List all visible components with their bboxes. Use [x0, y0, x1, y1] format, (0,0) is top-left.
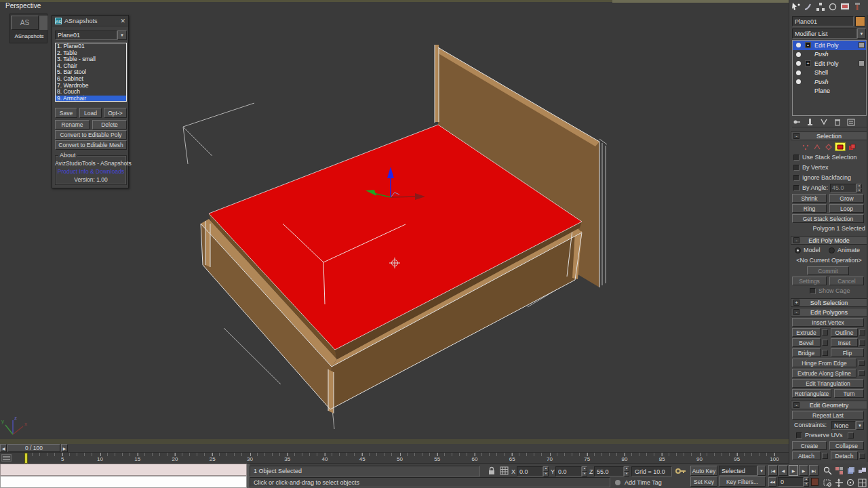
convert-editable-poly-button[interactable]: Convert to Editable Poly — [55, 130, 127, 140]
zoom-icon[interactable] — [822, 465, 833, 476]
dialog-titlebar[interactable]: AS ASnapshots ✕ — [52, 16, 128, 26]
checkbox-use-stack-selection[interactable] — [793, 155, 800, 161]
subobject-border-icon[interactable] — [823, 142, 834, 151]
time-slider-next-icon[interactable]: ▶ — [61, 444, 68, 452]
time-slider-prev-icon[interactable]: ◀ — [0, 444, 7, 452]
constraints-arrow-icon[interactable]: ▼ — [856, 421, 864, 430]
settings-box[interactable] — [848, 432, 854, 439]
z-field[interactable]: 55.0 — [594, 466, 624, 476]
zoom-all-icon[interactable] — [833, 465, 844, 476]
grow-button[interactable]: Grow — [829, 194, 864, 203]
subobject-element-icon[interactable] — [846, 142, 857, 151]
x-spinner[interactable]: ▲▼ — [543, 466, 549, 476]
tab-modify[interactable] — [803, 1, 813, 12]
min-max-toggle-icon[interactable] — [856, 477, 867, 488]
zoom-extents-all-icon[interactable] — [856, 465, 867, 476]
save-button[interactable]: Save — [55, 108, 77, 118]
convert-editable-mesh-button[interactable]: Convert to Editable Mesh — [55, 140, 127, 150]
bevel-button[interactable]: Bevel — [792, 338, 821, 347]
x-field[interactable]: 0.0 — [517, 466, 543, 476]
current-frame-field[interactable]: 0 — [778, 477, 804, 487]
y-spinner[interactable]: ▲▼ — [582, 466, 587, 476]
options-button[interactable]: Opt-> — [104, 108, 127, 118]
checkbox-preserve-uvs[interactable] — [796, 432, 802, 439]
detach-button[interactable]: Detach — [831, 451, 858, 460]
remove-modifier-icon[interactable] — [833, 118, 842, 127]
turn-button[interactable]: Turn — [834, 389, 864, 398]
flip-button[interactable]: Flip — [831, 348, 864, 357]
previous-key-icon[interactable]: ◀◀ — [768, 477, 776, 487]
hinge-from-edge-button[interactable]: Hinge From Edge — [792, 359, 856, 367]
next-frame-button[interactable]: ▶ — [799, 465, 808, 476]
subobject-expand-icon[interactable]: • — [805, 42, 811, 48]
subobject-polygon-icon[interactable] — [835, 142, 846, 151]
outline-button[interactable]: Outline — [831, 328, 858, 337]
shrink-button[interactable]: Shrink — [792, 194, 827, 203]
edit-triangulation-button[interactable]: Edit Triangulation — [792, 379, 864, 388]
checkbox-show-cage[interactable] — [810, 288, 816, 294]
lightbulb-icon[interactable] — [796, 43, 801, 47]
play-button[interactable]: ▶ — [789, 465, 798, 476]
settings-box[interactable] — [859, 340, 865, 346]
track-bar[interactable]: 5101520253035404550556065707580859095100 — [0, 453, 789, 464]
modifier-stack-item[interactable]: Push — [793, 77, 866, 87]
snapshot-dropdown-arrow-icon[interactable]: ▼ — [117, 30, 127, 40]
lightbulb-icon[interactable] — [796, 79, 801, 84]
modifier-stack-item[interactable]: •Edit Poly — [793, 41, 866, 50]
viewport-label[interactable]: Perspective — [5, 2, 41, 9]
ring-button[interactable]: Ring — [792, 204, 827, 213]
collapse-button[interactable]: Collapse — [829, 441, 864, 450]
zoom-region-icon[interactable] — [822, 477, 833, 488]
dialog-close-icon[interactable]: ✕ — [120, 18, 125, 24]
lightbulb-icon[interactable] — [796, 70, 801, 75]
tab-display[interactable] — [840, 1, 850, 12]
show-end-result-icon[interactable] — [806, 118, 815, 127]
radio-animate[interactable] — [829, 247, 835, 253]
settings-box[interactable] — [822, 329, 828, 336]
modifier-list-dropdown[interactable]: Modifier List — [792, 28, 857, 39]
selection-lock-icon[interactable] — [487, 466, 496, 476]
rollout-edit-poly-mode[interactable]: -Edit Poly Mode — [791, 236, 867, 245]
repeat-last-button[interactable]: Repeat Last — [792, 411, 864, 420]
lightbulb-icon[interactable] — [796, 52, 801, 57]
get-stack-selection-button[interactable]: Get Stack Selection — [792, 214, 864, 223]
rollout-edit-polygons[interactable]: -Edit Polygons — [791, 308, 867, 317]
subobject-vertex-icon[interactable] — [800, 142, 811, 151]
loop-button[interactable]: Loop — [829, 204, 864, 213]
add-time-tag[interactable]: Add Time Tag — [625, 479, 662, 486]
absolute-mode-icon[interactable] — [500, 466, 509, 476]
extrude-button[interactable]: Extrude — [792, 328, 821, 337]
settings-box[interactable] — [822, 350, 828, 356]
modifier-stack-item[interactable]: Plane — [793, 87, 866, 96]
attach-button[interactable]: Attach — [792, 451, 821, 460]
create-button[interactable]: Create — [792, 441, 827, 450]
rename-button[interactable]: Rename — [55, 120, 90, 129]
settings-button[interactable]: Settings — [792, 277, 827, 285]
set-key-button[interactable]: Set Key — [690, 476, 717, 487]
key-mode-dropdown[interactable]: Selected — [719, 466, 757, 476]
pan-icon[interactable] — [833, 477, 844, 488]
retriangulate-button[interactable]: Retriangulate — [792, 389, 831, 398]
make-unique-icon[interactable] — [819, 118, 829, 127]
checkbox-by-vertex[interactable] — [793, 165, 800, 171]
constraints-dropdown[interactable]: None — [831, 421, 856, 430]
cancel-button[interactable]: Cancel — [829, 277, 864, 285]
snapshot-dropdown[interactable]: Plane01 — [55, 30, 117, 40]
go-to-start-button[interactable]: |◀ — [768, 465, 778, 476]
macro-recorder-pane[interactable] — [0, 464, 247, 476]
angle-spinner[interactable]: ▲▼ — [856, 184, 862, 192]
settings-box[interactable] — [822, 340, 828, 346]
settings-box[interactable] — [859, 453, 865, 459]
tab-hierarchy[interactable] — [815, 1, 825, 12]
modifier-stack-item[interactable]: Push — [793, 50, 866, 60]
inset-button[interactable]: Inset — [831, 338, 858, 347]
time-slider-handle[interactable]: 0 / 100 — [7, 444, 60, 452]
tab-utilities[interactable] — [852, 1, 862, 12]
checkbox-ignore-backfacing[interactable] — [793, 175, 800, 181]
tab-create[interactable] — [791, 1, 801, 12]
about-link[interactable]: Product Info & Downloads — [55, 168, 127, 175]
arc-rotate-icon[interactable] — [845, 477, 856, 488]
y-field[interactable]: 0.0 — [555, 466, 582, 476]
configure-modifier-sets-icon[interactable] — [846, 118, 856, 127]
subobject-edge-icon[interactable] — [812, 142, 823, 151]
